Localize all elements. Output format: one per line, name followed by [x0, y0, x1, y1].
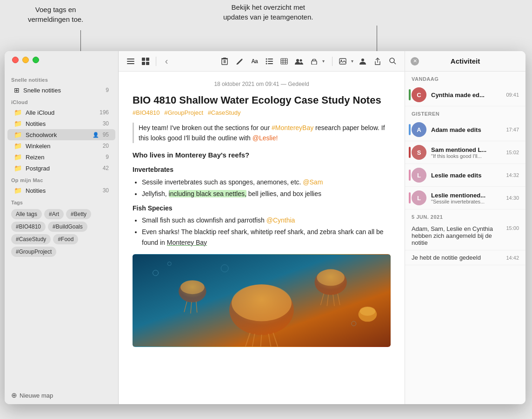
delete-button[interactable] [218, 55, 231, 68]
svg-rect-5 [142, 62, 145, 65]
note-tags: #BIO4810 #GroupProject #CaseStudy [133, 109, 391, 116]
notities-mac-label: Notities [26, 187, 101, 194]
bullet-clownfish: Small fish such as clownfish and parrotf… [142, 215, 391, 225]
schoolwork-count: 95 [103, 131, 109, 138]
sidebar-item-snelle-notities[interactable]: ⊞ Snelle notities 9 [7, 85, 115, 96]
folder-icon-postgrad: 📁 [14, 164, 22, 172]
table-button[interactable] [278, 55, 291, 68]
bullet-jellyfish: Jellyfish, including black sea nettles, … [142, 189, 391, 199]
svg-rect-4 [146, 58, 149, 61]
svg-rect-9 [225, 60, 226, 63]
traffic-lights [12, 57, 39, 63]
svg-point-28 [341, 59, 342, 61]
section-title-who: Who lives in Monterey Bay's reefs? [133, 150, 391, 161]
winkelen-label: Winkelen [26, 143, 101, 150]
activity-item-cynthia-text: Cynthia made ed... [431, 92, 501, 98]
cynthia-time: 09:41 [506, 92, 519, 98]
tag-buildgoals[interactable]: #BuildGoals [48, 222, 87, 232]
tag-groupproject[interactable]: #GroupProject [11, 247, 56, 257]
svg-point-34 [232, 284, 292, 321]
toolbar-separator-1 [156, 57, 156, 66]
back-button[interactable]: ‹ [160, 55, 173, 68]
list-view-button[interactable] [124, 55, 137, 68]
activity-item-adam[interactable]: A Adam made edits 17:47 [405, 118, 525, 141]
lock-button[interactable] [307, 55, 320, 68]
mention-montereybay: #MontereyBay [272, 124, 313, 131]
tag-link-casestudy[interactable]: #CaseStudy [208, 109, 241, 116]
minimize-button[interactable] [22, 57, 29, 63]
tag-casestudy[interactable]: #CaseStudy [11, 234, 51, 244]
leslie-edits-name: Leslie made edits [431, 172, 501, 179]
maximize-button[interactable] [33, 57, 39, 63]
tag-betty[interactable]: #Betty [66, 209, 91, 219]
svg-rect-18 [268, 63, 273, 64]
activity-joined-time: 15:00 [506, 225, 519, 231]
toolbar: ‹ Aa [119, 51, 405, 72]
people-button[interactable] [356, 55, 369, 68]
sidebar-item-postgrad[interactable]: 📁 Postgrad 42 [7, 163, 115, 174]
folder-icon-schoolwork: 📁 [14, 131, 22, 138]
adam-time: 17:47 [506, 127, 519, 132]
subsection-invertebrates: Invertebrates [133, 164, 391, 175]
svg-rect-2 [127, 63, 134, 64]
note-meta: 18 oktober 2021 om 09:41 — Gedeeld [133, 81, 391, 87]
bullet-sharks: Even sharks! The blacktip reef shark, wh… [142, 227, 391, 248]
tag-art[interactable]: #Art [44, 209, 64, 219]
tag-alle-tags[interactable]: Alle tags [11, 209, 42, 219]
svg-point-17 [266, 63, 267, 64]
indicator-cynthia [409, 89, 411, 100]
format-text-button[interactable]: Aa [248, 55, 261, 68]
share-collab-button[interactable] [293, 55, 306, 68]
sidebar-item-winkelen[interactable]: 📁 Winkelen 20 [7, 140, 115, 151]
activity-item-sam[interactable]: S Sam mentioned L... "If this looks good… [405, 141, 525, 164]
sidebar-item-reizen[interactable]: 📁 Reizen 9 [7, 151, 115, 163]
folder-icon-mac-notities: 📁 [14, 187, 22, 194]
activity-item-sam-text: Sam mentioned L... "If this looks good I… [431, 146, 501, 159]
activity-item-leslie-edits[interactable]: L Leslie made edits 14:32 [405, 164, 525, 187]
avatar-sam: S [412, 145, 426, 160]
svg-point-29 [361, 59, 364, 61]
close-button[interactable] [12, 57, 19, 63]
toolbar-separator-2 [332, 57, 332, 66]
activity-item-adam-text: Adam made edits [431, 126, 501, 133]
share-button[interactable] [371, 55, 384, 68]
activity-shared-desc: Je hebt de notitie gedeeld [412, 254, 481, 261]
notities-mac-count: 30 [103, 187, 109, 194]
activity-older-label: 5 JUN. 2021 [405, 210, 525, 222]
checklist-button[interactable] [263, 55, 276, 68]
sidebar-item-alle-icloud[interactable]: 📁 Alle iCloud 196 [7, 107, 115, 118]
new-folder-button[interactable]: ⊕ Nieuwe map [5, 386, 118, 404]
avatar-leslie-2: L [412, 190, 426, 205]
sam-time: 15:02 [506, 150, 519, 155]
svg-rect-8 [224, 60, 225, 63]
activity-panel: ✕ Activiteit VANDAAG C Cynthia made ed..… [405, 51, 525, 404]
sidebar-item-notities-icloud[interactable]: 📁 Notities 30 [7, 118, 115, 129]
tag-link-groupproject[interactable]: #GroupProject [164, 109, 203, 116]
new-folder-icon: ⊕ [11, 391, 17, 399]
svg-rect-7 [222, 59, 227, 65]
activity-item-cynthia-today[interactable]: C Cynthia made ed... 09:41 [405, 84, 525, 106]
sidebar-item-schoolwork[interactable]: 📁 Schoolwork 👤 95 [7, 129, 115, 140]
grid-view-button[interactable] [139, 55, 152, 68]
activity-item-leslie-mentioned[interactable]: L Leslie mentioned... "Sessile invertebr… [405, 187, 525, 210]
tag-link-bio4810[interactable]: #BIO4810 [133, 109, 160, 116]
media-button[interactable] [336, 55, 349, 68]
leslie-mentioned-name: Leslie mentioned... [431, 192, 501, 199]
annotation-top-center: Bekijk het overzicht met updates van je … [223, 2, 313, 22]
leslie-mentioned-time: 14:30 [506, 195, 519, 201]
activity-item-shared: Je hebt de notitie gedeeld 14:42 [405, 250, 525, 265]
tag-bio4810[interactable]: #BIO4810 [11, 222, 46, 232]
snelle-notities-section-label: Snelle notities [5, 73, 118, 85]
subsection-fish: Fish Species [133, 203, 391, 213]
edit-note-button[interactable] [233, 55, 246, 68]
note-intro: Hey team! I've broken out the sections f… [139, 123, 391, 144]
folder-icon-notities: 📁 [14, 120, 22, 127]
mention-leslie: @Leslie! [253, 134, 278, 142]
tag-food[interactable]: #Food [53, 234, 78, 244]
svg-line-12 [237, 64, 237, 65]
activity-header: ✕ Activiteit [405, 51, 525, 72]
activity-close-button[interactable]: ✕ [411, 57, 419, 65]
svg-rect-26 [312, 61, 317, 65]
sidebar-item-notities-mac[interactable]: 📁 Notities 30 [7, 185, 115, 196]
search-button[interactable] [386, 55, 399, 68]
